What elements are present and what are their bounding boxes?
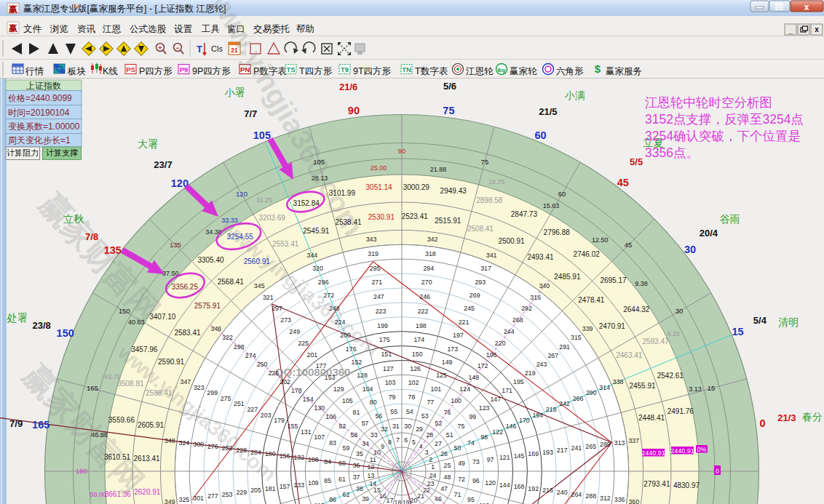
svg-text:272: 272 xyxy=(323,292,334,299)
svg-text:135: 135 xyxy=(104,244,122,256)
svg-text:227: 227 xyxy=(247,406,258,413)
svg-text:6.25: 6.25 xyxy=(667,330,680,337)
svg-text:59: 59 xyxy=(343,444,350,452)
svg-text:8: 8 xyxy=(388,439,392,446)
svg-text:2545.91: 2545.91 xyxy=(303,227,330,235)
svg-text:275: 275 xyxy=(221,395,231,402)
svg-text:336: 336 xyxy=(614,496,625,503)
svg-text:76: 76 xyxy=(444,409,451,416)
svg-text:计算阻力: 计算阻力 xyxy=(7,148,39,157)
svg-text:35: 35 xyxy=(356,450,363,457)
svg-text:106: 106 xyxy=(325,413,336,420)
svg-text:250: 250 xyxy=(257,361,268,368)
svg-text:3610.51: 3610.51 xyxy=(104,453,131,461)
svg-text:39: 39 xyxy=(362,495,369,503)
svg-text:江恩轮中轮时空分析图: 江恩轮中轮时空分析图 xyxy=(645,95,772,110)
svg-text:19: 19 xyxy=(403,499,410,504)
svg-text:2568.41: 2568.41 xyxy=(218,278,245,286)
svg-text:20: 20 xyxy=(411,497,418,504)
svg-text:83: 83 xyxy=(329,439,336,447)
svg-text:180: 180 xyxy=(76,467,87,475)
svg-text:265: 265 xyxy=(585,443,596,450)
svg-text:120: 120 xyxy=(485,479,496,487)
svg-text:立秋: 立秋 xyxy=(63,213,84,225)
svg-text:2590.91: 2590.91 xyxy=(158,358,185,366)
svg-text:7/7: 7/7 xyxy=(244,108,257,119)
svg-text:12: 12 xyxy=(368,463,375,471)
svg-text:2440.91: 2440.91 xyxy=(670,447,694,455)
svg-text:57: 57 xyxy=(362,420,369,427)
svg-text:78: 78 xyxy=(408,393,416,401)
svg-text:124: 124 xyxy=(459,385,470,393)
svg-text:325: 325 xyxy=(179,496,190,503)
svg-text:347: 347 xyxy=(181,378,191,385)
svg-text:145: 145 xyxy=(514,452,525,460)
svg-text:P9: P9 xyxy=(180,65,189,73)
svg-text:203: 203 xyxy=(261,412,272,419)
svg-text:152: 152 xyxy=(352,359,363,366)
svg-text:150: 150 xyxy=(412,351,423,358)
svg-text:9.38: 9.38 xyxy=(635,280,648,287)
svg-text:2463.41: 2463.41 xyxy=(616,351,643,359)
svg-text:15: 15 xyxy=(708,384,716,392)
svg-text:277: 277 xyxy=(207,492,218,500)
svg-text:340: 340 xyxy=(539,282,550,289)
svg-text:_: _ xyxy=(788,26,793,34)
svg-text:2515.91: 2515.91 xyxy=(435,217,461,225)
svg-text:216: 216 xyxy=(542,487,553,494)
svg-text:50: 50 xyxy=(454,444,461,452)
svg-text:48: 48 xyxy=(444,473,451,481)
svg-text:45: 45 xyxy=(617,177,629,188)
svg-text:339: 339 xyxy=(582,325,593,332)
svg-text:156: 156 xyxy=(280,452,290,460)
svg-text:202: 202 xyxy=(280,378,290,385)
svg-text:T9: T9 xyxy=(341,65,349,73)
svg-text:200: 200 xyxy=(340,332,351,339)
svg-text:10: 10 xyxy=(373,449,381,456)
svg-text:5: 5 xyxy=(412,439,416,446)
svg-text:5/6: 5/6 xyxy=(443,81,456,92)
svg-text:97: 97 xyxy=(487,456,494,463)
svg-text:218: 218 xyxy=(546,406,557,413)
svg-text:204: 204 xyxy=(250,449,261,456)
svg-text:设置: 设置 xyxy=(174,24,193,34)
svg-text:105: 105 xyxy=(342,397,353,404)
svg-text:296: 296 xyxy=(318,279,329,286)
svg-text:125: 125 xyxy=(436,372,447,379)
svg-text:252: 252 xyxy=(222,444,233,452)
svg-text:193: 193 xyxy=(542,449,553,456)
svg-text:180: 180 xyxy=(265,450,276,457)
svg-text:171: 171 xyxy=(502,387,512,394)
svg-text:123: 123 xyxy=(479,404,490,412)
svg-text:21/5: 21/5 xyxy=(539,106,557,117)
svg-text:11: 11 xyxy=(370,456,376,463)
svg-text:2485.91: 2485.91 xyxy=(554,273,581,281)
svg-text:2593.47: 2593.47 xyxy=(642,337,669,345)
svg-text:268: 268 xyxy=(512,316,523,324)
svg-text:六角形: 六角形 xyxy=(556,66,584,76)
svg-text:195: 195 xyxy=(513,378,524,385)
svg-text:253: 253 xyxy=(222,491,233,498)
svg-text:244: 244 xyxy=(504,328,515,335)
svg-text:226: 226 xyxy=(268,369,279,377)
svg-text:342: 342 xyxy=(427,236,438,243)
svg-text:21/3: 21/3 xyxy=(777,412,796,423)
svg-text:30: 30 xyxy=(684,244,696,255)
svg-text:248: 248 xyxy=(329,305,340,312)
svg-text:23/8: 23/8 xyxy=(33,320,51,331)
svg-text:90: 90 xyxy=(348,105,360,116)
svg-text:122: 122 xyxy=(492,428,503,436)
svg-text:2542.61: 2542.61 xyxy=(657,372,684,380)
svg-text:2440.91: 2440.91 xyxy=(641,449,665,457)
svg-text:31: 31 xyxy=(392,423,400,430)
svg-text:P四方形: P四方形 xyxy=(139,66,173,76)
svg-text:3152.84: 3152.84 xyxy=(293,199,320,207)
svg-text:3000.29: 3000.29 xyxy=(403,183,430,191)
svg-text:赢: 赢 xyxy=(8,4,17,15)
svg-text:3356点。: 3356点。 xyxy=(645,145,699,160)
svg-text:109: 109 xyxy=(308,479,319,487)
svg-text:+: + xyxy=(158,44,162,52)
svg-text:PS: PS xyxy=(126,65,135,73)
svg-text:170: 170 xyxy=(519,417,530,424)
svg-text:60: 60 xyxy=(338,460,346,467)
